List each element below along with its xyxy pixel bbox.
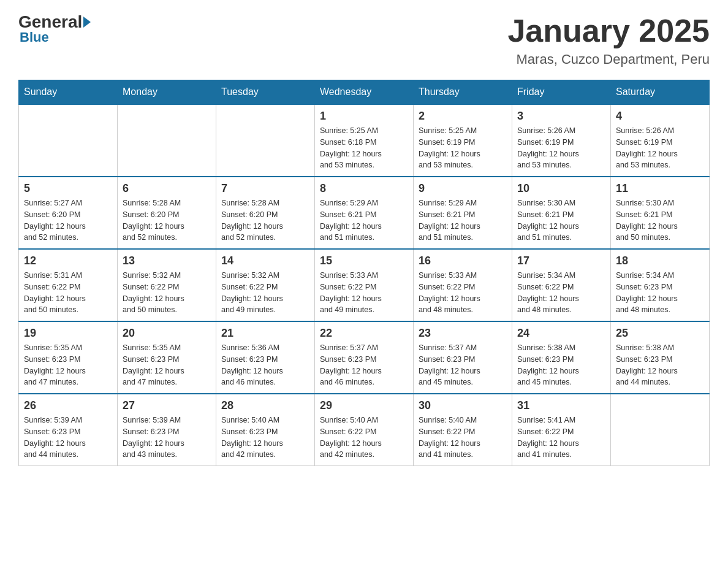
calendar-day-cell: 13Sunrise: 5:32 AM Sunset: 6:22 PM Dayli… bbox=[118, 249, 216, 321]
day-info: Sunrise: 5:31 AM Sunset: 6:22 PM Dayligh… bbox=[24, 270, 112, 316]
day-info: Sunrise: 5:34 AM Sunset: 6:22 PM Dayligh… bbox=[517, 270, 605, 316]
day-info: Sunrise: 5:25 AM Sunset: 6:19 PM Dayligh… bbox=[419, 125, 507, 171]
calendar-day-cell: 18Sunrise: 5:34 AM Sunset: 6:23 PM Dayli… bbox=[611, 249, 710, 321]
day-of-week-header: Wednesday bbox=[315, 80, 414, 105]
calendar-day-cell: 1Sunrise: 5:25 AM Sunset: 6:18 PM Daylig… bbox=[315, 104, 414, 177]
day-number: 6 bbox=[123, 182, 211, 195]
day-number: 23 bbox=[419, 327, 507, 340]
day-info: Sunrise: 5:39 AM Sunset: 6:23 PM Dayligh… bbox=[24, 415, 112, 461]
days-of-week-row: SundayMondayTuesdayWednesdayThursdayFrid… bbox=[19, 80, 710, 105]
location-subtitle: Maras, Cuzco Department, Peru bbox=[507, 52, 710, 67]
calendar-day-cell: 27Sunrise: 5:39 AM Sunset: 6:23 PM Dayli… bbox=[118, 394, 216, 466]
calendar-day-cell bbox=[118, 104, 216, 177]
calendar-week-row: 5Sunrise: 5:27 AM Sunset: 6:20 PM Daylig… bbox=[19, 177, 710, 249]
day-info: Sunrise: 5:30 AM Sunset: 6:21 PM Dayligh… bbox=[517, 197, 605, 243]
calendar-day-cell: 9Sunrise: 5:29 AM Sunset: 6:21 PM Daylig… bbox=[414, 177, 512, 249]
day-number: 28 bbox=[221, 399, 309, 412]
day-of-week-header: Tuesday bbox=[216, 80, 315, 105]
day-of-week-header: Sunday bbox=[19, 80, 118, 105]
calendar-day-cell: 24Sunrise: 5:38 AM Sunset: 6:23 PM Dayli… bbox=[512, 321, 611, 394]
day-info: Sunrise: 5:26 AM Sunset: 6:19 PM Dayligh… bbox=[616, 125, 704, 171]
day-info: Sunrise: 5:35 AM Sunset: 6:23 PM Dayligh… bbox=[24, 342, 112, 388]
calendar-header: SundayMondayTuesdayWednesdayThursdayFrid… bbox=[19, 80, 710, 105]
day-number: 22 bbox=[320, 327, 408, 340]
calendar-week-row: 26Sunrise: 5:39 AM Sunset: 6:23 PM Dayli… bbox=[19, 394, 710, 466]
logo: General Blue bbox=[18, 12, 92, 45]
day-info: Sunrise: 5:40 AM Sunset: 6:23 PM Dayligh… bbox=[221, 415, 309, 461]
calendar-day-cell bbox=[216, 104, 315, 177]
day-number: 27 bbox=[123, 399, 211, 412]
day-info: Sunrise: 5:37 AM Sunset: 6:23 PM Dayligh… bbox=[320, 342, 408, 388]
page-header: General Blue January 2025 Maras, Cuzco D… bbox=[18, 12, 710, 67]
day-info: Sunrise: 5:38 AM Sunset: 6:23 PM Dayligh… bbox=[616, 342, 704, 388]
day-number: 13 bbox=[123, 255, 211, 267]
calendar-body: 1Sunrise: 5:25 AM Sunset: 6:18 PM Daylig… bbox=[19, 104, 710, 466]
calendar-day-cell: 26Sunrise: 5:39 AM Sunset: 6:23 PM Dayli… bbox=[19, 394, 118, 466]
calendar-day-cell bbox=[19, 104, 118, 177]
day-info: Sunrise: 5:33 AM Sunset: 6:22 PM Dayligh… bbox=[419, 270, 507, 316]
day-info: Sunrise: 5:35 AM Sunset: 6:23 PM Dayligh… bbox=[123, 342, 211, 388]
calendar-day-cell: 22Sunrise: 5:37 AM Sunset: 6:23 PM Dayli… bbox=[315, 321, 414, 394]
day-info: Sunrise: 5:40 AM Sunset: 6:22 PM Dayligh… bbox=[419, 415, 507, 461]
main-title: January 2025 bbox=[507, 12, 710, 49]
day-number: 19 bbox=[24, 327, 112, 340]
calendar-day-cell: 2Sunrise: 5:25 AM Sunset: 6:19 PM Daylig… bbox=[414, 104, 512, 177]
calendar-day-cell: 6Sunrise: 5:28 AM Sunset: 6:20 PM Daylig… bbox=[118, 177, 216, 249]
calendar-day-cell: 16Sunrise: 5:33 AM Sunset: 6:22 PM Dayli… bbox=[414, 249, 512, 321]
calendar-table: SundayMondayTuesdayWednesdayThursdayFrid… bbox=[18, 80, 710, 466]
day-number: 2 bbox=[419, 110, 507, 123]
calendar-day-cell: 25Sunrise: 5:38 AM Sunset: 6:23 PM Dayli… bbox=[611, 321, 710, 394]
day-number: 17 bbox=[517, 255, 605, 267]
calendar-day-cell: 20Sunrise: 5:35 AM Sunset: 6:23 PM Dayli… bbox=[118, 321, 216, 394]
day-info: Sunrise: 5:39 AM Sunset: 6:23 PM Dayligh… bbox=[123, 415, 211, 461]
day-number: 16 bbox=[419, 255, 507, 267]
day-info: Sunrise: 5:29 AM Sunset: 6:21 PM Dayligh… bbox=[320, 197, 408, 243]
calendar-day-cell: 31Sunrise: 5:41 AM Sunset: 6:22 PM Dayli… bbox=[512, 394, 611, 466]
calendar-day-cell: 19Sunrise: 5:35 AM Sunset: 6:23 PM Dayli… bbox=[19, 321, 118, 394]
day-number: 8 bbox=[320, 182, 408, 195]
logo-blue-text: Blue bbox=[20, 29, 49, 45]
calendar-week-row: 12Sunrise: 5:31 AM Sunset: 6:22 PM Dayli… bbox=[19, 249, 710, 321]
calendar-day-cell: 17Sunrise: 5:34 AM Sunset: 6:22 PM Dayli… bbox=[512, 249, 611, 321]
calendar-week-row: 19Sunrise: 5:35 AM Sunset: 6:23 PM Dayli… bbox=[19, 321, 710, 394]
day-number: 24 bbox=[517, 327, 605, 340]
day-number: 14 bbox=[221, 255, 309, 267]
day-info: Sunrise: 5:25 AM Sunset: 6:18 PM Dayligh… bbox=[320, 125, 408, 171]
day-info: Sunrise: 5:27 AM Sunset: 6:20 PM Dayligh… bbox=[24, 197, 112, 243]
calendar-day-cell: 14Sunrise: 5:32 AM Sunset: 6:22 PM Dayli… bbox=[216, 249, 315, 321]
day-number: 21 bbox=[221, 327, 309, 340]
day-info: Sunrise: 5:38 AM Sunset: 6:23 PM Dayligh… bbox=[517, 342, 605, 388]
title-area: January 2025 Maras, Cuzco Department, Pe… bbox=[507, 12, 710, 67]
calendar-day-cell: 10Sunrise: 5:30 AM Sunset: 6:21 PM Dayli… bbox=[512, 177, 611, 249]
day-number: 5 bbox=[24, 182, 112, 195]
calendar-day-cell: 3Sunrise: 5:26 AM Sunset: 6:19 PM Daylig… bbox=[512, 104, 611, 177]
calendar-week-row: 1Sunrise: 5:25 AM Sunset: 6:18 PM Daylig… bbox=[19, 104, 710, 177]
day-number: 29 bbox=[320, 399, 408, 412]
day-info: Sunrise: 5:33 AM Sunset: 6:22 PM Dayligh… bbox=[320, 270, 408, 316]
day-number: 7 bbox=[221, 182, 309, 195]
calendar-day-cell: 23Sunrise: 5:37 AM Sunset: 6:23 PM Dayli… bbox=[414, 321, 512, 394]
day-number: 3 bbox=[517, 110, 605, 123]
calendar-day-cell: 28Sunrise: 5:40 AM Sunset: 6:23 PM Dayli… bbox=[216, 394, 315, 466]
day-info: Sunrise: 5:29 AM Sunset: 6:21 PM Dayligh… bbox=[419, 197, 507, 243]
day-info: Sunrise: 5:40 AM Sunset: 6:22 PM Dayligh… bbox=[320, 415, 408, 461]
day-number: 10 bbox=[517, 182, 605, 195]
day-number: 20 bbox=[123, 327, 211, 340]
day-info: Sunrise: 5:26 AM Sunset: 6:19 PM Dayligh… bbox=[517, 125, 605, 171]
calendar-day-cell: 15Sunrise: 5:33 AM Sunset: 6:22 PM Dayli… bbox=[315, 249, 414, 321]
day-info: Sunrise: 5:37 AM Sunset: 6:23 PM Dayligh… bbox=[419, 342, 507, 388]
day-info: Sunrise: 5:41 AM Sunset: 6:22 PM Dayligh… bbox=[517, 415, 605, 461]
logo-arrow-icon bbox=[83, 17, 91, 28]
calendar-day-cell: 8Sunrise: 5:29 AM Sunset: 6:21 PM Daylig… bbox=[315, 177, 414, 249]
calendar-day-cell: 7Sunrise: 5:28 AM Sunset: 6:20 PM Daylig… bbox=[216, 177, 315, 249]
calendar-day-cell: 29Sunrise: 5:40 AM Sunset: 6:22 PM Dayli… bbox=[315, 394, 414, 466]
day-number: 4 bbox=[616, 110, 704, 123]
day-info: Sunrise: 5:32 AM Sunset: 6:22 PM Dayligh… bbox=[123, 270, 211, 316]
calendar-day-cell: 4Sunrise: 5:26 AM Sunset: 6:19 PM Daylig… bbox=[611, 104, 710, 177]
day-info: Sunrise: 5:34 AM Sunset: 6:23 PM Dayligh… bbox=[616, 270, 704, 316]
day-info: Sunrise: 5:36 AM Sunset: 6:23 PM Dayligh… bbox=[221, 342, 309, 388]
day-number: 30 bbox=[419, 399, 507, 412]
day-of-week-header: Thursday bbox=[414, 80, 512, 105]
day-number: 25 bbox=[616, 327, 704, 340]
calendar-day-cell: 21Sunrise: 5:36 AM Sunset: 6:23 PM Dayli… bbox=[216, 321, 315, 394]
